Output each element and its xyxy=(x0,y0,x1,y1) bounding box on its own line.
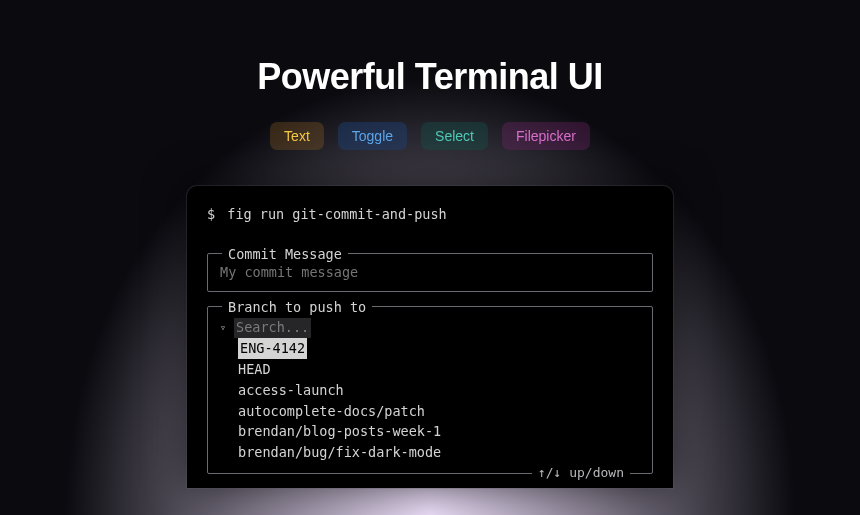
branch-item[interactable]: autocomplete-docs/patch xyxy=(238,401,640,422)
commit-message-input[interactable] xyxy=(220,264,640,280)
navigation-hint: ↑/↓ up/down xyxy=(532,463,630,483)
terminal-window: $ fig run git-commit-and-push Commit Mes… xyxy=(187,186,673,488)
branch-search-input[interactable]: Search... xyxy=(234,317,311,338)
commit-message-field: Commit Message xyxy=(207,253,653,292)
tab-select[interactable]: Select xyxy=(421,122,488,150)
branch-item[interactable]: access-launch xyxy=(238,380,640,401)
branch-select-label: Branch to push to xyxy=(222,297,372,318)
caret-down-icon: ▿ xyxy=(220,320,226,336)
branch-item[interactable]: ENG-4142 xyxy=(238,338,640,359)
tab-filepicker[interactable]: Filepicker xyxy=(502,122,590,150)
tab-row: Text Toggle Select Filepicker xyxy=(270,122,590,150)
prompt-symbol: $ xyxy=(207,206,215,222)
branch-item[interactable]: brendan/blog-posts-week-1 xyxy=(238,421,640,442)
branch-item[interactable]: HEAD xyxy=(238,359,640,380)
prompt-line: $ fig run git-commit-and-push xyxy=(207,204,653,225)
command-text: fig run git-commit-and-push xyxy=(227,206,446,222)
branch-search-row: ▿ Search... xyxy=(220,317,640,338)
branch-select-field: Branch to push to ▿ Search... ENG-4142 H… xyxy=(207,306,653,474)
commit-message-label: Commit Message xyxy=(222,244,348,265)
branch-list[interactable]: ENG-4142 HEAD access-launch autocomplete… xyxy=(220,338,640,464)
branch-item-selected[interactable]: ENG-4142 xyxy=(238,338,307,359)
tab-toggle[interactable]: Toggle xyxy=(338,122,407,150)
branch-item[interactable]: brendan/bug/fix-dark-mode xyxy=(238,442,640,463)
tab-text[interactable]: Text xyxy=(270,122,324,150)
page-heading: Powerful Terminal UI xyxy=(257,56,602,98)
